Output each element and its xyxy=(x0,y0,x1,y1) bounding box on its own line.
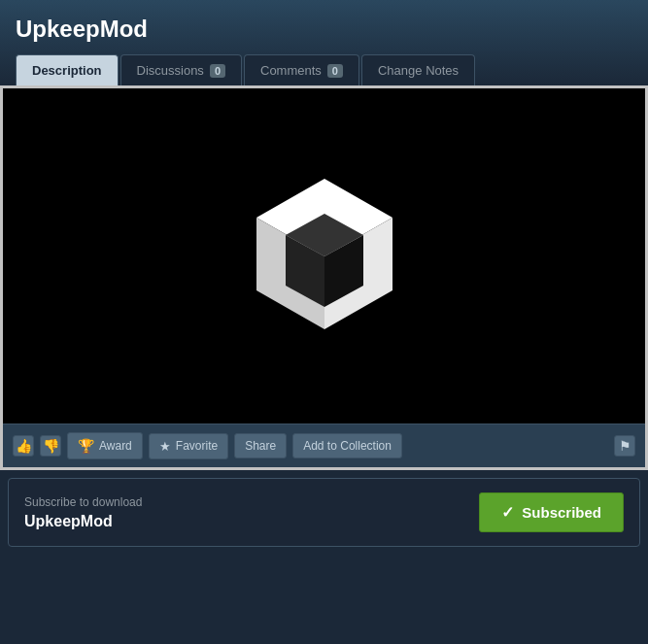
thumbs-down-button[interactable]: 👎 xyxy=(40,435,61,457)
subscribed-label: Subscribed xyxy=(522,504,601,521)
share-label: Share xyxy=(245,439,276,453)
page-title: UpkeepMod xyxy=(16,16,632,43)
tab-discussions[interactable]: Discussions 0 xyxy=(120,54,242,85)
subscribe-mod-name: UpkeepMod xyxy=(24,513,142,530)
award-icon: 🏆 xyxy=(78,438,94,454)
award-label: Award xyxy=(99,439,132,453)
favorite-label: Favorite xyxy=(176,439,218,453)
tab-description-label: Description xyxy=(32,63,102,78)
thumbs-up-button[interactable]: 👍 xyxy=(13,435,34,457)
tab-discussions-badge: 0 xyxy=(210,64,225,78)
action-bar: 👍 👎 🏆 Award ★ Favorite Share Add to Coll… xyxy=(3,424,645,467)
tab-discussions-label: Discussions xyxy=(137,63,204,78)
subscribed-button[interactable]: ✓ Subscribed xyxy=(479,492,624,532)
share-button[interactable]: Share xyxy=(234,433,287,458)
subscribe-section: Subscribe to download UpkeepMod ✓ Subscr… xyxy=(8,478,640,547)
tab-change-notes-label: Change Notes xyxy=(378,63,459,78)
subscribe-label: Subscribe to download xyxy=(24,495,142,509)
flag-icon: ⚑ xyxy=(619,438,631,454)
tab-comments-badge: 0 xyxy=(327,64,343,78)
subscribe-info: Subscribe to download UpkeepMod xyxy=(24,495,142,530)
check-mark-icon: ✓ xyxy=(501,503,514,522)
preview-container xyxy=(3,88,645,424)
page-header: UpkeepMod Description Discussions 0 Comm… xyxy=(0,0,648,85)
tab-description[interactable]: Description xyxy=(16,54,119,85)
tab-comments[interactable]: Comments 0 xyxy=(244,54,359,85)
tab-change-notes[interactable]: Change Notes xyxy=(361,54,475,85)
star-icon: ★ xyxy=(159,439,171,454)
award-button[interactable]: 🏆 Award xyxy=(67,432,143,459)
thumbs-up-icon: 👍 xyxy=(16,438,32,454)
favorite-button[interactable]: ★ Favorite xyxy=(149,433,228,459)
content-area: 👍 👎 🏆 Award ★ Favorite Share Add to Coll… xyxy=(0,85,648,470)
tabs-bar: Description Discussions 0 Comments 0 Cha… xyxy=(16,54,632,85)
mod-logo xyxy=(227,159,422,354)
flag-button[interactable]: ⚑ xyxy=(614,435,635,457)
thumbs-down-icon: 👎 xyxy=(43,438,59,454)
tab-comments-label: Comments xyxy=(260,63,322,78)
add-collection-label: Add to Collection xyxy=(303,439,392,453)
add-collection-button[interactable]: Add to Collection xyxy=(292,433,402,458)
